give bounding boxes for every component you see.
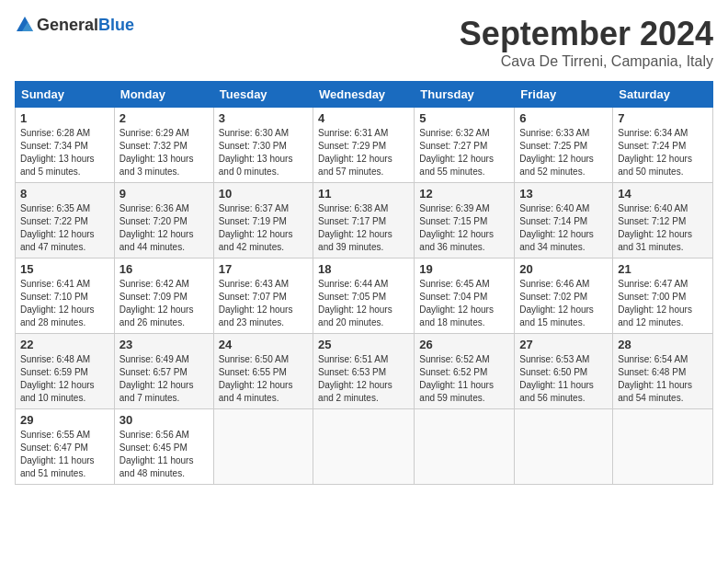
day-info: Sunrise: 6:42 AMSunset: 7:09 PMDaylight:… bbox=[119, 278, 209, 329]
logo-blue-text: Blue bbox=[98, 16, 134, 35]
weekday-header-tuesday: Tuesday bbox=[213, 82, 313, 108]
day-number: 24 bbox=[219, 338, 308, 351]
weekday-header-sunday: Sunday bbox=[16, 82, 115, 108]
calendar-cell: 15Sunrise: 6:41 AMSunset: 7:10 PMDayligh… bbox=[16, 259, 115, 334]
day-number: 9 bbox=[119, 187, 209, 201]
day-info: Sunrise: 6:40 AMSunset: 7:12 PMDaylight:… bbox=[618, 202, 708, 254]
day-info: Sunrise: 6:39 AMSunset: 7:15 PMDaylight:… bbox=[419, 202, 509, 254]
day-info: Sunrise: 6:50 AMSunset: 6:55 PMDaylight:… bbox=[219, 353, 308, 405]
day-number: 26 bbox=[419, 338, 509, 351]
logo: GeneralBlue bbox=[15, 15, 134, 35]
day-info: Sunrise: 6:48 AMSunset: 6:59 PMDaylight:… bbox=[20, 353, 109, 405]
day-info: Sunrise: 6:45 AMSunset: 7:04 PMDaylight:… bbox=[419, 278, 509, 329]
calendar-cell: 21Sunrise: 6:47 AMSunset: 7:00 PMDayligh… bbox=[613, 259, 713, 334]
calendar-cell: 3Sunrise: 6:30 AMSunset: 7:30 PMDaylight… bbox=[213, 108, 313, 183]
calendar-cell bbox=[613, 409, 713, 485]
calendar-cell: 26Sunrise: 6:52 AMSunset: 6:52 PMDayligh… bbox=[415, 334, 515, 409]
day-info: Sunrise: 6:47 AMSunset: 7:00 PMDaylight:… bbox=[618, 278, 708, 329]
calendar-cell: 27Sunrise: 6:53 AMSunset: 6:50 PMDayligh… bbox=[515, 334, 613, 409]
logo-icon bbox=[15, 15, 35, 35]
calendar-cell: 8Sunrise: 6:35 AMSunset: 7:22 PMDaylight… bbox=[16, 183, 115, 259]
weekday-header-wednesday: Wednesday bbox=[313, 82, 415, 108]
header: GeneralBlue September 2024 Cava De Tirre… bbox=[15, 15, 713, 70]
day-number: 28 bbox=[618, 338, 708, 351]
day-number: 15 bbox=[20, 262, 109, 276]
calendar-cell: 20Sunrise: 6:46 AMSunset: 7:02 PMDayligh… bbox=[515, 259, 613, 334]
day-info: Sunrise: 6:29 AMSunset: 7:32 PMDaylight:… bbox=[119, 127, 209, 178]
calendar-cell: 6Sunrise: 6:33 AMSunset: 7:25 PMDaylight… bbox=[515, 108, 613, 183]
day-info: Sunrise: 6:40 AMSunset: 7:14 PMDaylight:… bbox=[519, 202, 608, 254]
calendar-cell: 16Sunrise: 6:42 AMSunset: 7:09 PMDayligh… bbox=[114, 259, 213, 334]
day-info: Sunrise: 6:49 AMSunset: 6:57 PMDaylight:… bbox=[119, 353, 209, 405]
calendar-cell: 22Sunrise: 6:48 AMSunset: 6:59 PMDayligh… bbox=[16, 334, 115, 409]
calendar-week-row: 8Sunrise: 6:35 AMSunset: 7:22 PMDaylight… bbox=[16, 183, 713, 259]
calendar: SundayMondayTuesdayWednesdayThursdayFrid… bbox=[15, 81, 713, 485]
day-info: Sunrise: 6:46 AMSunset: 7:02 PMDaylight:… bbox=[519, 278, 608, 329]
day-number: 16 bbox=[119, 262, 209, 276]
day-info: Sunrise: 6:38 AMSunset: 7:17 PMDaylight:… bbox=[318, 202, 409, 254]
calendar-cell: 4Sunrise: 6:31 AMSunset: 7:29 PMDaylight… bbox=[313, 108, 415, 183]
day-number: 14 bbox=[618, 187, 708, 201]
calendar-cell bbox=[515, 409, 613, 485]
day-info: Sunrise: 6:53 AMSunset: 6:50 PMDaylight:… bbox=[519, 353, 608, 405]
day-number: 2 bbox=[119, 111, 209, 125]
calendar-cell: 30Sunrise: 6:56 AMSunset: 6:45 PMDayligh… bbox=[114, 409, 213, 485]
calendar-cell bbox=[415, 409, 515, 485]
day-info: Sunrise: 6:32 AMSunset: 7:27 PMDaylight:… bbox=[419, 127, 509, 178]
day-number: 27 bbox=[519, 338, 608, 351]
day-number: 10 bbox=[219, 187, 308, 201]
calendar-week-row: 22Sunrise: 6:48 AMSunset: 6:59 PMDayligh… bbox=[16, 334, 713, 409]
day-info: Sunrise: 6:31 AMSunset: 7:29 PMDaylight:… bbox=[318, 127, 409, 178]
day-info: Sunrise: 6:54 AMSunset: 6:48 PMDaylight:… bbox=[618, 353, 708, 405]
calendar-cell: 12Sunrise: 6:39 AMSunset: 7:15 PMDayligh… bbox=[415, 183, 515, 259]
day-number: 11 bbox=[318, 187, 409, 201]
weekday-header-row: SundayMondayTuesdayWednesdayThursdayFrid… bbox=[16, 82, 713, 108]
calendar-week-row: 15Sunrise: 6:41 AMSunset: 7:10 PMDayligh… bbox=[16, 259, 713, 334]
calendar-cell: 11Sunrise: 6:38 AMSunset: 7:17 PMDayligh… bbox=[313, 183, 415, 259]
weekday-header-saturday: Saturday bbox=[613, 82, 713, 108]
weekday-header-friday: Friday bbox=[515, 82, 613, 108]
day-info: Sunrise: 6:41 AMSunset: 7:10 PMDaylight:… bbox=[20, 278, 109, 329]
day-info: Sunrise: 6:30 AMSunset: 7:30 PMDaylight:… bbox=[219, 127, 308, 178]
day-number: 5 bbox=[419, 111, 509, 125]
day-number: 19 bbox=[419, 262, 509, 276]
day-number: 29 bbox=[20, 413, 109, 427]
calendar-cell: 28Sunrise: 6:54 AMSunset: 6:48 PMDayligh… bbox=[613, 334, 713, 409]
day-info: Sunrise: 6:33 AMSunset: 7:25 PMDaylight:… bbox=[519, 127, 608, 178]
day-info: Sunrise: 6:51 AMSunset: 6:53 PMDaylight:… bbox=[318, 353, 409, 405]
day-number: 1 bbox=[20, 111, 109, 125]
calendar-week-row: 1Sunrise: 6:28 AMSunset: 7:34 PMDaylight… bbox=[16, 108, 713, 183]
calendar-cell: 14Sunrise: 6:40 AMSunset: 7:12 PMDayligh… bbox=[613, 183, 713, 259]
month-title: September 2024 bbox=[460, 15, 713, 53]
day-info: Sunrise: 6:36 AMSunset: 7:20 PMDaylight:… bbox=[119, 202, 209, 254]
weekday-header-monday: Monday bbox=[114, 82, 213, 108]
day-number: 7 bbox=[618, 111, 708, 125]
day-info: Sunrise: 6:34 AMSunset: 7:24 PMDaylight:… bbox=[618, 127, 708, 178]
day-number: 4 bbox=[318, 111, 409, 125]
day-info: Sunrise: 6:35 AMSunset: 7:22 PMDaylight:… bbox=[20, 202, 109, 254]
location-title: Cava De Tirreni, Campania, Italy bbox=[460, 53, 713, 70]
day-info: Sunrise: 6:28 AMSunset: 7:34 PMDaylight:… bbox=[20, 127, 109, 178]
calendar-cell: 19Sunrise: 6:45 AMSunset: 7:04 PMDayligh… bbox=[415, 259, 515, 334]
day-info: Sunrise: 6:44 AMSunset: 7:05 PMDaylight:… bbox=[318, 278, 409, 329]
day-number: 17 bbox=[219, 262, 308, 276]
title-area: September 2024 Cava De Tirreni, Campania… bbox=[460, 15, 713, 70]
day-info: Sunrise: 6:56 AMSunset: 6:45 PMDaylight:… bbox=[119, 429, 209, 480]
day-number: 22 bbox=[20, 338, 109, 351]
day-number: 13 bbox=[519, 187, 608, 201]
day-info: Sunrise: 6:52 AMSunset: 6:52 PMDaylight:… bbox=[419, 353, 509, 405]
day-number: 12 bbox=[419, 187, 509, 201]
calendar-cell bbox=[313, 409, 415, 485]
day-number: 18 bbox=[318, 262, 409, 276]
day-number: 21 bbox=[618, 262, 708, 276]
day-number: 8 bbox=[20, 187, 109, 201]
day-info: Sunrise: 6:55 AMSunset: 6:47 PMDaylight:… bbox=[20, 429, 109, 480]
calendar-cell: 7Sunrise: 6:34 AMSunset: 7:24 PMDaylight… bbox=[613, 108, 713, 183]
day-number: 30 bbox=[119, 413, 209, 427]
calendar-cell: 23Sunrise: 6:49 AMSunset: 6:57 PMDayligh… bbox=[114, 334, 213, 409]
day-number: 3 bbox=[219, 111, 308, 125]
day-info: Sunrise: 6:43 AMSunset: 7:07 PMDaylight:… bbox=[219, 278, 308, 329]
day-number: 23 bbox=[119, 338, 209, 351]
day-number: 6 bbox=[519, 111, 608, 125]
calendar-cell: 5Sunrise: 6:32 AMSunset: 7:27 PMDaylight… bbox=[415, 108, 515, 183]
